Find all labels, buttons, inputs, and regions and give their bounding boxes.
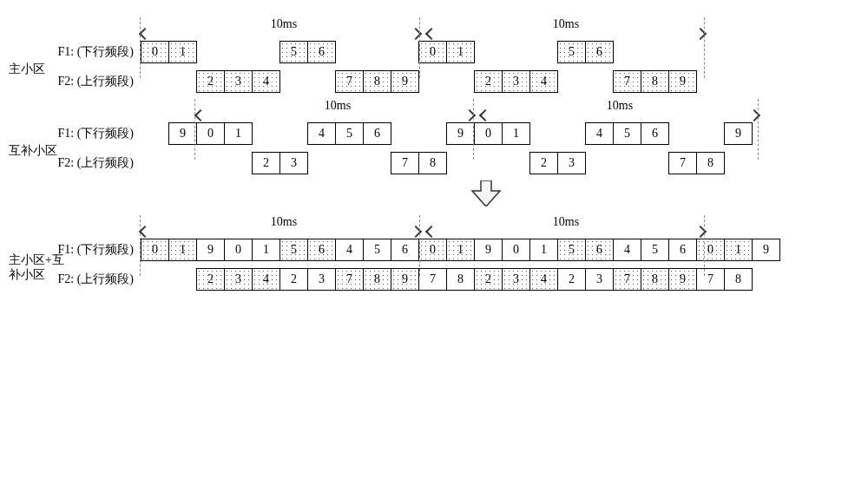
slot-cell bbox=[168, 268, 197, 291]
slot-cell: 0 bbox=[196, 122, 225, 145]
slot-cell: 5 bbox=[557, 239, 586, 261]
slot-cell: 2 bbox=[196, 70, 225, 93]
complement-f1-row: F1: (下行频段) 9014569014569 bbox=[36, 121, 859, 146]
combined-label: 主小区+互 补小区 bbox=[9, 253, 87, 283]
primary-time-axis: 10ms 10ms bbox=[141, 17, 859, 40]
slot-cell bbox=[585, 152, 614, 174]
slot-cell: 5 bbox=[363, 239, 391, 261]
slot-cell: 7 bbox=[696, 268, 725, 291]
slot-cell bbox=[168, 70, 197, 93]
time-label: 10ms bbox=[271, 17, 297, 31]
slot-cell bbox=[168, 152, 197, 174]
complement-f2-slots: 23782378 bbox=[141, 152, 725, 174]
f1-label: F1: (下行频段) bbox=[36, 44, 141, 60]
slot-cell: 2 bbox=[252, 152, 280, 174]
slot-cell: 5 bbox=[557, 41, 586, 63]
complement-f1-slots: 9014569014569 bbox=[141, 122, 753, 145]
slot-cell: 9 bbox=[391, 268, 419, 291]
slot-cell: 9 bbox=[196, 239, 225, 261]
time-label: 10ms bbox=[271, 215, 297, 229]
slot-cell: 5 bbox=[279, 41, 308, 63]
slot-cell bbox=[252, 41, 280, 63]
slot-cell: 1 bbox=[446, 41, 475, 63]
slot-cell: 3 bbox=[224, 268, 253, 291]
slot-cell: 3 bbox=[585, 268, 614, 291]
slot-cell: 9 bbox=[474, 239, 503, 261]
slot-cell bbox=[335, 152, 364, 174]
combined-f1-row: F1: (下行频段) 01901564560190156456019 bbox=[36, 238, 859, 262]
slot-cell: 2 bbox=[474, 70, 503, 93]
slot-cell bbox=[335, 41, 364, 63]
slot-cell: 7 bbox=[418, 268, 447, 291]
slot-cell bbox=[474, 152, 503, 174]
combined-label-line2: 补小区 bbox=[9, 268, 45, 281]
slot-cell: 1 bbox=[224, 122, 253, 145]
slot-cell bbox=[307, 70, 336, 93]
slot-cell bbox=[585, 70, 614, 93]
primary-f1-row: F1: (下行频段) 01560156 bbox=[36, 40, 859, 64]
combined-f2-slots: 23423789782342378978 bbox=[141, 268, 753, 291]
time-label: 10ms bbox=[325, 99, 351, 113]
slot-cell bbox=[668, 122, 697, 145]
slot-cell: 2 bbox=[474, 268, 503, 291]
slot-cell: 4 bbox=[252, 268, 280, 291]
slot-cell: 9 bbox=[391, 70, 419, 93]
slot-cell: 2 bbox=[557, 268, 586, 291]
slot-cell: 3 bbox=[557, 152, 586, 174]
slot-cell bbox=[418, 122, 447, 145]
slot-cell: 7 bbox=[335, 70, 364, 93]
slot-cell bbox=[363, 41, 391, 63]
slot-cell: 6 bbox=[585, 239, 614, 261]
slot-cell: 2 bbox=[196, 268, 225, 291]
slot-cell: 9 bbox=[752, 239, 780, 261]
complement-section: 互补小区 10ms 10ms F1: (下行频段) 9014569014569 … bbox=[9, 99, 859, 175]
slot-cell: 9 bbox=[668, 268, 697, 291]
slot-cell: 8 bbox=[446, 268, 475, 291]
slot-cell: 0 bbox=[224, 239, 253, 261]
slot-cell: 3 bbox=[502, 268, 530, 291]
slot-cell bbox=[279, 70, 308, 93]
slot-cell: 6 bbox=[641, 122, 669, 145]
slot-cell bbox=[502, 41, 530, 63]
slot-cell: 8 bbox=[641, 268, 669, 291]
slot-cell: 9 bbox=[668, 70, 697, 93]
slot-cell: 1 bbox=[724, 239, 753, 261]
slot-cell bbox=[446, 70, 475, 93]
slot-cell: 4 bbox=[529, 70, 558, 93]
slot-cell bbox=[252, 122, 280, 145]
slot-cell bbox=[641, 152, 669, 174]
primary-label: 主小区 bbox=[9, 62, 69, 77]
slot-cell bbox=[391, 41, 419, 63]
combined-time-axis: 10ms 10ms bbox=[141, 215, 859, 238]
slot-cell: 9 bbox=[168, 122, 197, 145]
slot-cell: 5 bbox=[613, 122, 641, 145]
primary-f2-row: F2: (上行频段) 234789234789 bbox=[36, 69, 859, 94]
slot-cell bbox=[224, 152, 253, 174]
slot-cell: 6 bbox=[307, 239, 336, 261]
slot-cell bbox=[141, 122, 169, 145]
slot-cell: 0 bbox=[474, 122, 503, 145]
slot-cell: 7 bbox=[391, 152, 419, 174]
slot-cell: 1 bbox=[168, 239, 197, 261]
primary-section: 主小区 10ms 10ms F1: (下行频段) 01560156 F2: (上… bbox=[9, 17, 859, 94]
slot-cell: 6 bbox=[307, 41, 336, 63]
time-label: 10ms bbox=[553, 17, 579, 31]
slot-cell: 8 bbox=[363, 268, 391, 291]
slot-cell: 3 bbox=[224, 70, 253, 93]
arrow-down-icon bbox=[469, 180, 503, 206]
complement-label: 互补小区 bbox=[9, 144, 69, 159]
slot-cell bbox=[696, 122, 725, 145]
slot-cell: 2 bbox=[279, 268, 308, 291]
slot-cell bbox=[474, 41, 503, 63]
slot-cell: 1 bbox=[529, 239, 558, 261]
slot-cell: 1 bbox=[252, 239, 280, 261]
slot-cell: 0 bbox=[418, 239, 447, 261]
f1-label: F1: (下行频段) bbox=[36, 126, 141, 141]
slot-cell: 6 bbox=[585, 41, 614, 63]
slot-cell bbox=[141, 70, 169, 93]
primary-f1-slots: 01560156 bbox=[141, 41, 614, 63]
slot-cell: 0 bbox=[141, 239, 169, 261]
complement-time-axis: 10ms 10ms bbox=[194, 99, 859, 121]
slot-cell: 0 bbox=[502, 239, 530, 261]
slot-cell: 8 bbox=[641, 70, 669, 93]
